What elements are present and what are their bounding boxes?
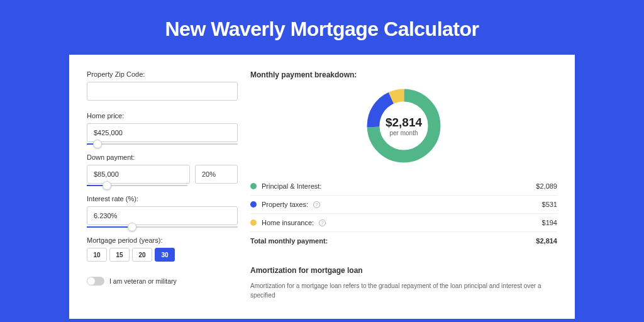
legend-dot — [250, 219, 257, 226]
down-payment-amount-input[interactable] — [87, 165, 190, 184]
home-price-label: Home price: — [87, 112, 238, 119]
slider-thumb[interactable] — [93, 140, 102, 148]
legend-value: $194 — [542, 219, 557, 226]
home-price-slider[interactable] — [87, 143, 238, 145]
slider-thumb[interactable] — [103, 181, 111, 190]
interest-slider[interactable] — [87, 226, 238, 228]
donut-amount: $2,814 — [386, 116, 422, 130]
legend-dot — [250, 183, 257, 189]
total-value: $2,814 — [536, 237, 557, 245]
slider-thumb[interactable] — [128, 223, 136, 231]
page-title: New Waverly Mortgage Calculator — [0, 0, 644, 55]
legend-value: $531 — [542, 201, 557, 208]
legend: Principal & Interest:$2,089Property taxe… — [250, 177, 557, 232]
period-label: Mortgage period (years): — [87, 236, 238, 244]
legend-row: Principal & Interest:$2,089 — [250, 177, 557, 196]
interest-input[interactable] — [87, 206, 238, 225]
veteran-label: I am veteran or military — [109, 277, 177, 285]
legend-row: Home insurance:?$194 — [250, 214, 557, 232]
total-label: Total monthly payment: — [250, 237, 328, 245]
zip-label: Property Zip Code: — [87, 70, 238, 78]
legend-label: Property taxes: — [262, 201, 308, 208]
veteran-toggle-row: I am veteran or military — [87, 277, 238, 286]
legend-row: Property taxes:?$531 — [250, 196, 557, 214]
period-group: Mortgage period (years): 10152030 — [87, 236, 238, 262]
breakdown-column: Monthly payment breakdown: $2,814 per mo… — [250, 70, 557, 303]
home-price-group: Home price: — [87, 112, 238, 145]
form-column: Property Zip Code: Home price: Down paym… — [87, 70, 238, 303]
info-icon[interactable]: ? — [319, 219, 326, 226]
donut-chart: $2,814 per month — [250, 86, 557, 166]
donut-center: $2,814 per month — [386, 116, 422, 136]
period-button-10[interactable]: 10 — [87, 248, 107, 262]
amortization-title: Amortization for mortgage loan — [250, 266, 557, 275]
interest-group: Interest rate (%): — [87, 195, 238, 228]
period-button-20[interactable]: 20 — [132, 248, 152, 262]
down-payment-label: Down payment: — [87, 153, 238, 161]
legend-label: Home insurance: — [262, 219, 314, 226]
zip-input[interactable] — [87, 82, 238, 101]
amortization-text: Amortization for a mortgage loan refers … — [250, 281, 557, 300]
veteran-toggle[interactable] — [87, 277, 104, 286]
breakdown-title: Monthly payment breakdown: — [250, 70, 557, 79]
legend-label: Principal & Interest: — [262, 182, 321, 190]
down-payment-percent-input[interactable] — [195, 165, 238, 184]
legend-value: $2,089 — [536, 182, 557, 190]
legend-dot — [250, 201, 257, 208]
donut-sub: per month — [386, 130, 422, 136]
total-row: Total monthly payment: $2,814 — [250, 232, 557, 250]
period-button-30[interactable]: 30 — [155, 248, 175, 262]
down-payment-group: Down payment: — [87, 153, 238, 186]
interest-label: Interest rate (%): — [87, 195, 238, 203]
toggle-knob — [87, 277, 95, 285]
home-price-input[interactable] — [87, 123, 238, 142]
info-icon[interactable]: ? — [313, 201, 320, 208]
amortization-section: Amortization for mortgage loan Amortizat… — [250, 258, 557, 300]
down-payment-slider[interactable] — [87, 185, 187, 186]
zip-group: Property Zip Code: — [87, 70, 238, 101]
period-button-15[interactable]: 15 — [109, 248, 130, 262]
calculator-panel: Property Zip Code: Home price: Down paym… — [69, 55, 575, 319]
